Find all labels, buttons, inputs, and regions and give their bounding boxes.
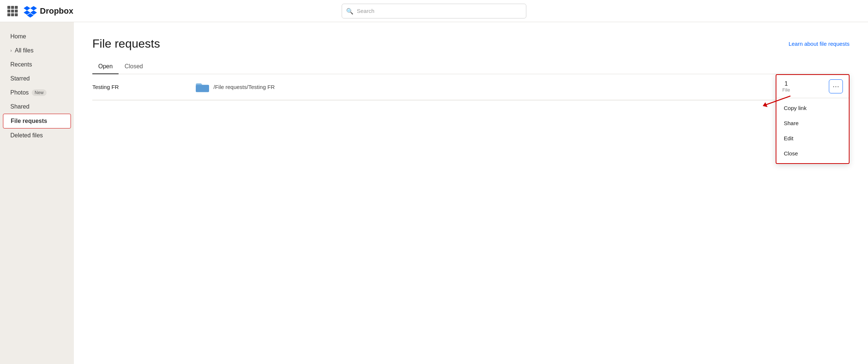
sidebar-item-shared[interactable]: Shared — [0, 100, 74, 114]
ellipsis-icon: ⋯ — [833, 82, 839, 90]
svg-line-1 — [765, 96, 790, 105]
file-path-container: /File requests/Testing FR — [196, 82, 828, 92]
context-area: 1 File ⋯ — [776, 74, 850, 164]
learn-about-link[interactable]: Learn about file requests — [789, 41, 850, 47]
context-menu-item-close[interactable]: Close — [776, 146, 849, 161]
main-layout: Home › All files Recents Starred Photos … — [0, 22, 868, 364]
sidebar-item-recents[interactable]: Recents — [0, 58, 74, 72]
content-area: File requests Learn about file requests … — [74, 22, 868, 364]
arrow-annotation — [757, 94, 794, 110]
tabs: Open Closed — [92, 59, 850, 74]
page-title: File requests — [92, 37, 850, 51]
grid-icon[interactable] — [7, 6, 18, 16]
sidebar-item-label: Shared — [10, 103, 30, 110]
table-row: Testing FR /File requests/Testing FR 1 S… — [92, 74, 850, 100]
svg-rect-0 — [196, 85, 209, 92]
sidebar-item-label: File requests — [11, 118, 47, 124]
sidebar-item-label: Deleted files — [10, 132, 43, 139]
file-table: Testing FR /File requests/Testing FR 1 S… — [92, 74, 850, 100]
share-label: Share — [784, 120, 799, 126]
search-input[interactable] — [342, 4, 526, 18]
sidebar-item-home[interactable]: Home — [0, 30, 74, 44]
tab-open[interactable]: Open — [92, 59, 119, 74]
context-stat-number: 1 — [782, 80, 790, 87]
header: Dropbox 🔍 — [0, 0, 868, 22]
close-label: Close — [784, 150, 798, 157]
search-container: 🔍 — [342, 4, 526, 18]
sidebar-item-deleted-files[interactable]: Deleted files — [0, 128, 74, 142]
sidebar-item-label: Photos — [10, 89, 29, 96]
more-options-button[interactable]: ⋯ — [829, 79, 843, 93]
logo[interactable]: Dropbox — [24, 4, 73, 18]
context-stat-label: File — [782, 87, 790, 93]
context-menu-item-share[interactable]: Share — [776, 116, 849, 131]
sidebar: Home › All files Recents Starred Photos … — [0, 22, 74, 364]
context-file-stat: 1 File — [782, 80, 790, 93]
logo-text: Dropbox — [40, 6, 73, 16]
annotation-arrow-icon — [757, 94, 794, 109]
file-name: Testing FR — [92, 84, 196, 90]
sidebar-item-file-requests[interactable]: File requests — [3, 114, 71, 128]
sidebar-item-label: Home — [10, 33, 26, 40]
search-icon: 🔍 — [346, 7, 353, 14]
photos-new-badge: New — [32, 89, 47, 96]
sidebar-item-label: Starred — [10, 75, 30, 82]
dropbox-logo-icon — [24, 4, 37, 18]
sidebar-item-all-files[interactable]: › All files — [0, 44, 74, 58]
file-path: /File requests/Testing FR — [213, 84, 275, 90]
context-menu-item-edit[interactable]: Edit — [776, 131, 849, 146]
edit-label: Edit — [784, 135, 793, 141]
divider — [92, 100, 850, 100]
file-row-wrapper: Testing FR /File requests/Testing FR 1 S… — [92, 74, 850, 100]
sidebar-item-starred[interactable]: Starred — [0, 72, 74, 86]
sidebar-item-label: All files — [15, 47, 34, 54]
chevron-icon: › — [10, 48, 12, 53]
sidebar-item-label: Recents — [10, 61, 32, 68]
sidebar-item-photos[interactable]: Photos New — [0, 86, 74, 100]
tab-closed[interactable]: Closed — [119, 59, 149, 74]
folder-icon — [196, 82, 209, 92]
